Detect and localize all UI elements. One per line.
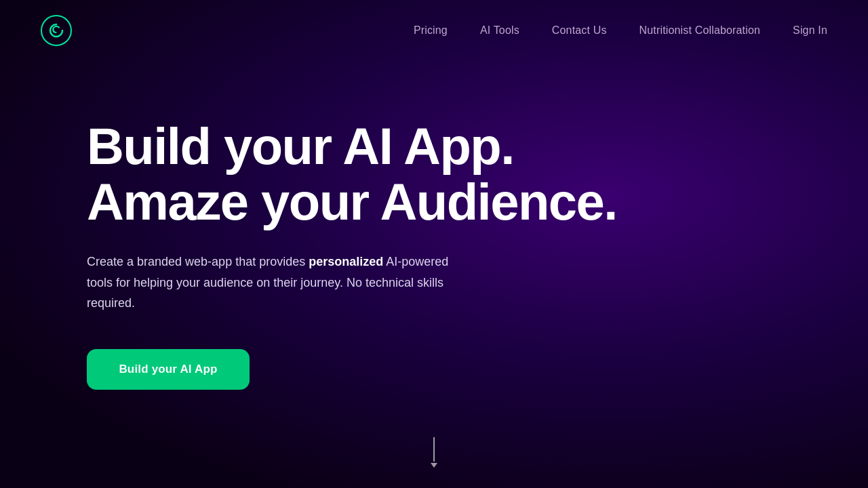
nav-item-signin[interactable]: Sign In [793, 24, 827, 37]
nav-item-pricing[interactable]: Pricing [414, 24, 448, 37]
hero-headline: Build your AI App. Amaze your Audience. [87, 119, 781, 230]
hero-subtext-before: Create a branded web-app that provides [87, 255, 309, 268]
logo-icon [41, 15, 72, 46]
scroll-arrow-icon [431, 463, 437, 468]
nav-link-signin[interactable]: Sign In [793, 24, 827, 36]
scroll-line [433, 437, 435, 462]
hero-subtext-bold: personalized [309, 255, 383, 268]
nav-links: Pricing AI Tools Contact Us Nutritionist… [414, 24, 827, 37]
nav-item-contact[interactable]: Contact Us [552, 24, 607, 37]
logo-svg [47, 22, 65, 39]
hero-section: Build your AI App. Amaze your Audience. … [0, 61, 868, 488]
nav-item-ai-tools[interactable]: AI Tools [480, 24, 519, 37]
nav-link-contact[interactable]: Contact Us [552, 24, 607, 36]
nav-item-nutritionist[interactable]: Nutritionist Collaboration [639, 24, 760, 37]
hero-headline-line2: Amaze your Audience. [87, 173, 617, 230]
scroll-indicator [431, 437, 437, 468]
hero-subtext: Create a branded web-app that provides p… [87, 251, 467, 314]
cta-button[interactable]: Build your AI App [87, 349, 250, 390]
nav-link-nutritionist[interactable]: Nutritionist Collaboration [639, 24, 760, 36]
nav-link-ai-tools[interactable]: AI Tools [480, 24, 519, 36]
hero-headline-line1: Build your AI App. [87, 117, 514, 175]
navbar: Pricing AI Tools Contact Us Nutritionist… [0, 0, 868, 61]
nav-link-pricing[interactable]: Pricing [414, 24, 448, 36]
logo[interactable] [41, 15, 72, 46]
